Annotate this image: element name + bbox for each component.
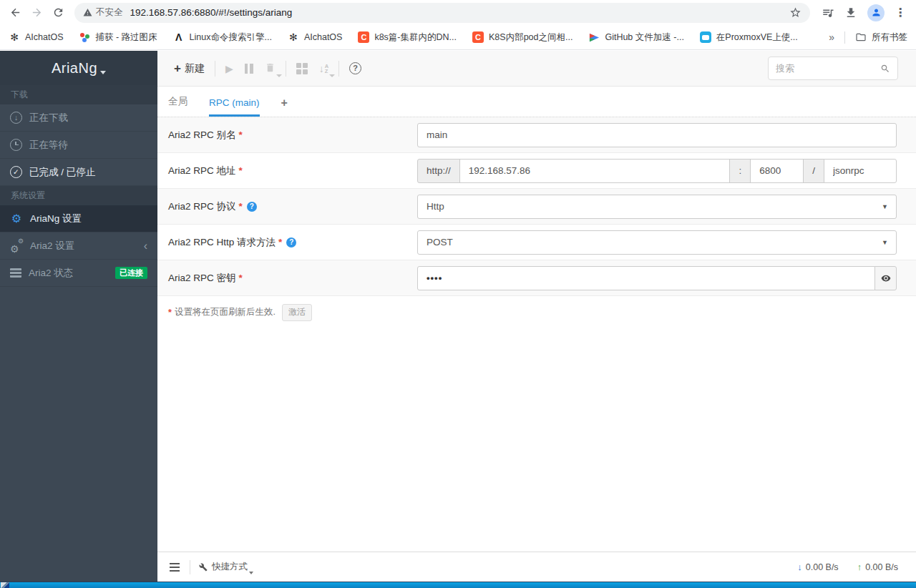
bookmark-github-accel[interactable]: GitHub 文件加速 -... [588,31,683,44]
alias-input[interactable] [417,123,897,147]
add-rpc-tab-button[interactable]: + [281,97,288,117]
sidebar-item-label: AriaNg 设置 [30,212,82,225]
question-circle-icon: ? [349,62,361,74]
browser-toolbar: 不安全 192.168.57.86:6880/#!/settings/arian… [0,0,916,25]
help-icon[interactable]: ? [247,202,257,212]
bookmarks-bar: ✻ AIchatOS 捕获 - 路过图床 Λ Linux命令搜索引擎... ✻ … [0,25,916,50]
help-button[interactable]: ? [344,58,367,79]
ariang-page: AriaNg 下载 ↓ 正在下载 正在等待 ✓ 已完成 / 已停止 系统设置 ⚙… [0,51,916,582]
bookmark-proxmox[interactable]: 在ProxmoxVE上使... [700,31,798,44]
settings-note: * 设置将在页面刷新后生效. 激活 [157,296,916,329]
folder-icon [855,31,867,43]
check-circle-icon: ✓ [10,166,22,178]
search-box[interactable] [768,57,898,80]
rpc-port-input[interactable] [750,159,804,183]
method-select[interactable]: POST ▼ [417,230,897,255]
gear-icon: ⚙ [10,213,23,225]
tab-global[interactable]: 全局 [168,95,187,117]
all-bookmarks-button[interactable]: 所有书签 [855,31,907,44]
form-row-protocol: Aria2 RPC 协议* ? Http ▼ [157,189,916,225]
sidebar-item-aria2-settings[interactable]: ⚙⚙ Aria2 设置 ‹ [0,232,157,260]
show-secret-button[interactable] [874,266,897,290]
sort-button[interactable]: ↓ AZ [313,58,334,79]
protocol-prefix-addon: http:// [417,159,460,183]
method-label: Aria2 RPC Http 请求方法* ? [168,236,417,249]
bookmark-aichatos-1[interactable]: ✻ AIchatOS [9,31,64,43]
protocol-select[interactable]: Http ▼ [417,195,897,219]
required-mark: * [239,165,243,176]
secret-input[interactable] [417,266,875,290]
security-chip[interactable]: 不安全 [83,6,130,19]
media-playlist-icon[interactable] [822,6,834,19]
pause-button[interactable] [239,58,259,79]
download-speed-value: 0.00 B/s [806,562,839,572]
app-logo[interactable]: AriaNg [0,51,157,85]
caret-down-icon: ▼ [882,240,888,246]
colored-dots-icon [79,31,91,43]
required-mark: * [239,201,243,212]
start-button[interactable]: ▶ [220,58,239,79]
upload-arrow-icon: ↑ [857,562,862,572]
bookmark-label: K8S内部pod之间相... [489,31,572,44]
pause-icon [245,64,253,74]
sidebar-item-waiting[interactable]: 正在等待 [0,132,157,159]
openai-icon: ✻ [288,31,299,43]
divider [338,61,339,77]
browser-actions: ⋮ [817,4,910,21]
bookmark-label: 在ProxmoxVE上使... [716,31,798,44]
profile-avatar[interactable] [867,4,885,21]
person-icon [871,7,882,18]
warning-icon [83,8,92,17]
csdn-icon: C [472,31,484,43]
upload-speed: ↑ 0.00 B/s [857,562,898,572]
grid-icon [296,63,308,74]
content-toolbar: + 新建 ▶ ↓ AZ [157,51,916,87]
caret-down-icon: ▼ [882,204,888,210]
view-grid-button[interactable] [291,58,313,79]
taskbar-edge-strip [0,582,916,588]
address-bar[interactable]: 不安全 192.168.57.86:6880/#!/settings/arian… [74,3,810,23]
bookmark-k8s-dns[interactable]: C k8s篇-集群内的DN... [358,31,457,44]
bookmark-linux-cmd[interactable]: Λ Linux命令搜索引擎... [173,31,272,44]
delete-button[interactable] [259,58,281,79]
divider [286,61,286,77]
sidebar-item-downloading[interactable]: ↓ 正在下载 [0,104,157,132]
sidebar-item-stopped[interactable]: ✓ 已完成 / 已停止 [0,159,157,186]
downloads-icon[interactable] [844,6,857,19]
note-text: 设置将在页面刷新后生效. [175,306,276,318]
bookmark-label: AIchatOS [25,32,64,42]
required-mark: * [239,129,243,140]
forward-icon[interactable] [27,4,46,22]
slash-addon: / [803,159,824,183]
new-task-button[interactable]: + 新建 [168,58,210,79]
sidebar-item-ariang-settings[interactable]: ⚙ AriaNg 设置 [0,205,157,232]
activate-button[interactable]: 激活 [282,304,312,321]
download-circle-icon: ↓ [10,112,22,124]
help-icon[interactable]: ? [286,237,296,248]
gears-icon: ⚙⚙ [10,240,23,253]
rpc-path-input[interactable] [824,159,897,183]
refresh-icon[interactable] [49,4,67,22]
bookmarks-overflow-chevron[interactable]: » [829,31,834,43]
shortcuts-label: 快捷方式 [212,561,248,573]
bookmark-aichatos-2[interactable]: ✻ AIchatOS [288,31,343,43]
url-text[interactable]: 192.168.57.86:6880/#!/settings/ariang [130,7,784,18]
sidebar-section-download: 下载 [0,85,157,104]
search-input[interactable] [776,63,880,74]
bookmark-k8s-pod[interactable]: C K8S内部pod之间相... [472,31,572,44]
clock-icon [10,139,22,151]
shortcuts-button[interactable]: 快捷方式 [199,561,253,573]
bookmark-label: AIchatOS [304,32,343,42]
back-icon[interactable] [6,4,24,22]
bookmark-star-icon[interactable] [789,6,802,19]
sidebar-item-aria2-status[interactable]: Aria2 状态 已连接 [0,260,157,287]
secret-label: Aria2 RPC 密钥* [168,272,417,285]
settings-tabbar: 全局 RPC (main) + [157,87,916,117]
eye-icon [881,273,891,283]
bookmark-image-host[interactable]: 捕获 - 路过图床 [79,31,157,44]
browser-menu-icon[interactable]: ⋮ [895,7,906,19]
sidebar-item-label: Aria2 设置 [30,240,74,253]
tab-rpc-main[interactable]: RPC (main) [209,97,260,117]
hamburger-icon[interactable] [168,560,181,574]
rpc-host-input[interactable] [459,159,731,183]
